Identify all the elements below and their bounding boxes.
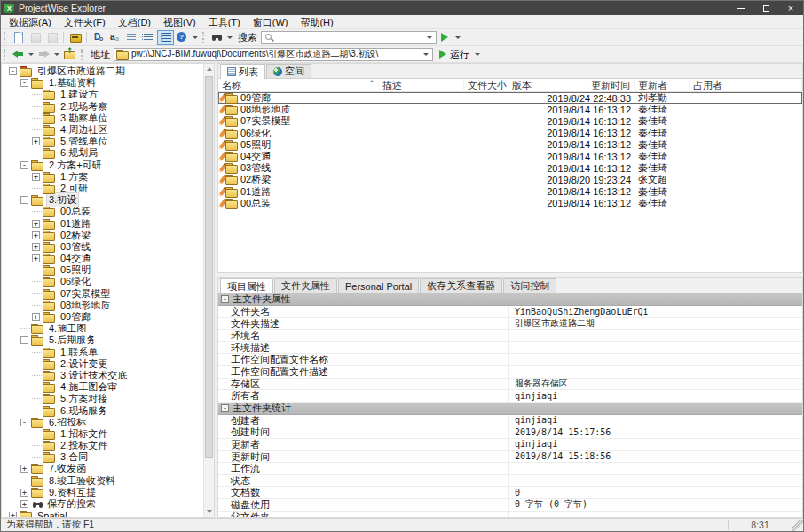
- tree-item[interactable]: +03管线: [7, 241, 203, 253]
- go-up-button[interactable]: [61, 47, 78, 62]
- find-dropdown-icon[interactable]: [227, 36, 233, 39]
- column-header-name[interactable]: 名称: [218, 79, 379, 92]
- tab-访问控制[interactable]: 访问控制: [503, 278, 556, 293]
- tree-item[interactable]: -引爆区市政道路二期: [7, 66, 203, 77]
- tree-expander-plus[interactable]: +: [32, 313, 40, 321]
- tree-item[interactable]: 6.现场服务: [7, 404, 203, 416]
- tree-expander-plus[interactable]: +: [32, 173, 40, 181]
- menu-item[interactable]: 窗口(W): [247, 15, 295, 29]
- property-row[interactable]: 工作空间配置文件描述: [218, 366, 802, 379]
- list-row[interactable]: 06绿化2019/8/14 16:13:12秦佳琦: [218, 128, 802, 139]
- run-button[interactable]: 运行: [433, 47, 473, 62]
- toolbar-grip[interactable]: [4, 49, 7, 60]
- minimize-button[interactable]: [729, 1, 753, 15]
- list-row[interactable]: 04交通2019/8/14 16:13:12秦佳琦: [218, 151, 802, 162]
- resize-grip[interactable]: [792, 520, 803, 531]
- help-button[interactable]: [174, 30, 191, 45]
- scroll-down-icon[interactable]: [204, 506, 214, 517]
- property-row[interactable]: 创建时间2019/8/14 15:17:56: [218, 426, 802, 439]
- tree-expander-minus[interactable]: -: [20, 196, 28, 204]
- property-row[interactable]: 所有者qinjiaqi: [218, 390, 802, 403]
- tree-expander-plus[interactable]: +: [9, 512, 17, 517]
- toolbar-grip[interactable]: [4, 32, 7, 43]
- property-row[interactable]: 文档数0: [218, 487, 802, 499]
- column-header-desc[interactable]: 描述: [379, 79, 464, 92]
- column-header-updated[interactable]: 更新时间: [540, 79, 635, 92]
- tree-item[interactable]: +Spatial: [7, 510, 203, 517]
- column-header-used_by[interactable]: 占用者: [690, 79, 753, 92]
- redo-button[interactable]: [43, 30, 60, 45]
- tree-expander-minus[interactable]: -: [20, 161, 28, 169]
- property-section-header[interactable]: -主文件夹属性: [218, 293, 802, 306]
- property-row[interactable]: 工作空间配置文件名称: [218, 354, 802, 366]
- back-button[interactable]: [10, 47, 27, 62]
- tab-项目属性[interactable]: 项目属性: [220, 278, 273, 293]
- tree-expander-plus[interactable]: +: [32, 243, 40, 251]
- property-row[interactable]: 文件夹名YinBaoQuShiZhengDaoLuErQi: [218, 306, 802, 318]
- menu-item[interactable]: 视图(V): [157, 15, 202, 29]
- list-row[interactable]: 07实景模型2019/8/14 16:13:12秦佳琦: [218, 115, 802, 127]
- menu-item[interactable]: 数据源(A): [3, 15, 58, 29]
- tree-item[interactable]: +1.方案: [7, 171, 203, 183]
- property-row[interactable]: 存储区服务器存储区: [218, 379, 802, 391]
- tree-item[interactable]: +09管廊: [7, 311, 203, 323]
- search-dropdown-icon[interactable]: [427, 36, 432, 39]
- tab-spatial[interactable]: 空间: [266, 64, 311, 78]
- maximize-button[interactable]: [753, 1, 778, 15]
- tree-item[interactable]: 08地形地质: [7, 300, 203, 311]
- menu-item[interactable]: 帮助(H): [294, 15, 339, 29]
- list-row[interactable]: 00总装2019/8/14 16:13:12秦佳琦: [218, 198, 802, 209]
- list-row[interactable]: 03管线2019/8/14 16:13:12秦佳琦: [218, 162, 802, 174]
- tab-依存关系查看器[interactable]: 依存关系查看器: [420, 278, 502, 293]
- view-options-button[interactable]: [123, 30, 140, 45]
- column-header-updated_by[interactable]: 更新者: [635, 79, 690, 92]
- tree-item[interactable]: 00总装: [7, 206, 203, 217]
- property-row[interactable]: 文件夹描述引爆区市政道路二期: [218, 318, 802, 331]
- list-row[interactable]: 08地形地质2019/8/14 16:13:12秦佳琦: [218, 104, 802, 115]
- undo-button[interactable]: [27, 30, 43, 45]
- tree-item[interactable]: 8.竣工验收资料: [7, 475, 203, 487]
- tree-item[interactable]: -5.后期服务: [7, 334, 203, 346]
- tree-item[interactable]: 3.合同: [7, 451, 203, 463]
- tree-item[interactable]: +5.管线单位: [7, 136, 203, 147]
- property-row[interactable]: 更新者qinjiaqi: [218, 439, 802, 451]
- tree-item[interactable]: 6.规划局: [7, 147, 203, 159]
- close-button[interactable]: ×: [778, 1, 803, 15]
- tab-list[interactable]: 列表: [220, 64, 265, 79]
- tree-item[interactable]: -3.初设: [7, 194, 203, 206]
- tree-expander-plus[interactable]: +: [32, 137, 40, 145]
- tree-item[interactable]: -1.基础资料: [7, 77, 203, 89]
- interface-button[interactable]: [90, 30, 106, 45]
- tab-文件夹属性[interactable]: 文件夹属性: [274, 278, 337, 293]
- property-row[interactable]: 环境名: [218, 330, 802, 342]
- tree-item[interactable]: 4.施工图: [7, 323, 203, 334]
- new-document-button[interactable]: [10, 30, 27, 45]
- address-dropdown-icon[interactable]: [423, 53, 429, 56]
- tree-item[interactable]: -2.方案+可研: [7, 160, 203, 171]
- toolbar-overflow-icon[interactable]: [475, 53, 480, 56]
- menu-item[interactable]: 文件夹(F): [58, 15, 112, 29]
- property-row[interactable]: 环境描述: [218, 342, 802, 355]
- tree-item[interactable]: 05照明: [7, 264, 203, 276]
- find-button[interactable]: [209, 30, 225, 45]
- search-input[interactable]: [273, 32, 425, 43]
- tree-item[interactable]: +04交通: [7, 253, 203, 264]
- tree-expander-minus[interactable]: -: [20, 336, 28, 344]
- tree-expander-plus[interactable]: +: [32, 254, 40, 262]
- export-button[interactable]: [67, 30, 83, 45]
- property-row[interactable]: 状态: [218, 475, 802, 488]
- tree-item[interactable]: +9.资料互提: [7, 487, 203, 498]
- toolbar-grip[interactable]: [202, 32, 206, 43]
- list-row[interactable]: 05照明2019/8/14 16:13:12秦佳琦: [218, 139, 802, 151]
- toolbar-overflow-icon[interactable]: [193, 36, 198, 39]
- property-row[interactable]: 父文件夹: [218, 512, 802, 518]
- scrollbar-thumb[interactable]: [205, 76, 213, 458]
- tree-expander-plus[interactable]: +: [20, 465, 28, 473]
- list-view-button[interactable]: [157, 30, 174, 45]
- tree-scrollbar[interactable]: [203, 64, 214, 517]
- tree-item[interactable]: +02桥梁: [7, 230, 203, 241]
- search-go-button[interactable]: [437, 30, 453, 45]
- forward-button[interactable]: [35, 47, 52, 62]
- tab-Personal Portal[interactable]: Personal Portal: [338, 278, 419, 293]
- tree-expander-minus[interactable]: -: [20, 419, 28, 426]
